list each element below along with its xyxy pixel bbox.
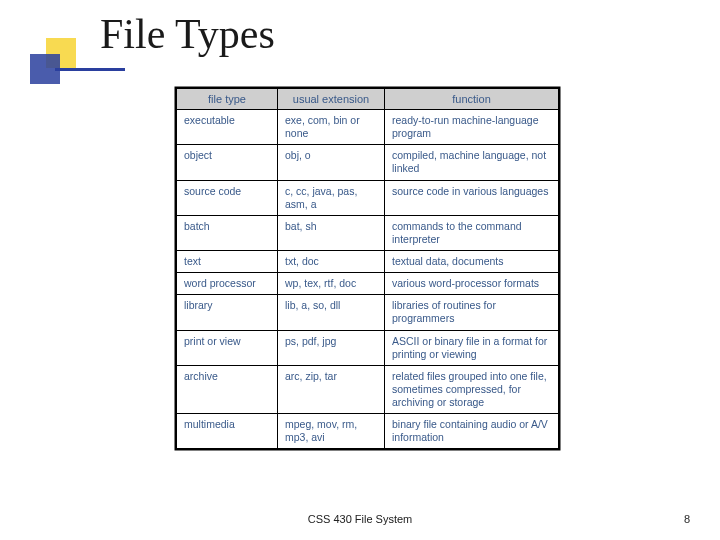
cell-func: textual data, documents xyxy=(385,251,559,273)
cell-ext: txt, doc xyxy=(278,251,385,273)
table-row: text txt, doc textual data, documents xyxy=(177,251,559,273)
cell-func: various word-processor formats xyxy=(385,273,559,295)
cell-ext: ps, pdf, jpg xyxy=(278,330,385,365)
table-row: object obj, o compiled, machine language… xyxy=(177,145,559,180)
decoration-line xyxy=(55,68,125,71)
cell-func: ASCII or binary file in a format for pri… xyxy=(385,330,559,365)
col-header-type: file type xyxy=(177,89,278,110)
file-types-table-container: file type usual extension function execu… xyxy=(175,87,560,450)
cell-ext: lib, a, so, dll xyxy=(278,295,385,330)
cell-func: related files grouped into one file, som… xyxy=(385,365,559,413)
cell-type: print or view xyxy=(177,330,278,365)
file-types-table: file type usual extension function execu… xyxy=(176,88,559,449)
cell-type: object xyxy=(177,145,278,180)
cell-type: multimedia xyxy=(177,414,278,449)
footer-text: CSS 430 File System xyxy=(0,513,720,525)
table-row: print or view ps, pdf, jpg ASCII or bina… xyxy=(177,330,559,365)
cell-type: source code xyxy=(177,180,278,215)
cell-type: library xyxy=(177,295,278,330)
cell-func: commands to the command interpreter xyxy=(385,215,559,250)
cell-func: source code in various languages xyxy=(385,180,559,215)
table-row: executable exe, com, bin or none ready-t… xyxy=(177,110,559,145)
table-row: multimedia mpeg, mov, rm, mp3, avi binar… xyxy=(177,414,559,449)
table-row: source code c, cc, java, pas, asm, a sou… xyxy=(177,180,559,215)
cell-ext: exe, com, bin or none xyxy=(278,110,385,145)
cell-ext: wp, tex, rtf, doc xyxy=(278,273,385,295)
cell-ext: c, cc, java, pas, asm, a xyxy=(278,180,385,215)
table-row: word processor wp, tex, rtf, doc various… xyxy=(177,273,559,295)
cell-func: compiled, machine language, not linked xyxy=(385,145,559,180)
slide-title: File Types xyxy=(100,10,275,58)
col-header-extension: usual extension xyxy=(278,89,385,110)
cell-ext: arc, zip, tar xyxy=(278,365,385,413)
cell-func: ready-to-run machine-language program xyxy=(385,110,559,145)
cell-ext: obj, o xyxy=(278,145,385,180)
table-row: archive arc, zip, tar related files grou… xyxy=(177,365,559,413)
page-number: 8 xyxy=(684,513,690,525)
slide: File Types file type usual extension fun… xyxy=(0,0,720,540)
cell-type: archive xyxy=(177,365,278,413)
cell-type: executable xyxy=(177,110,278,145)
table-header-row: file type usual extension function xyxy=(177,89,559,110)
table-row: library lib, a, so, dll libraries of rou… xyxy=(177,295,559,330)
cell-func: libraries of routines for programmers xyxy=(385,295,559,330)
col-header-function: function xyxy=(385,89,559,110)
cell-type: text xyxy=(177,251,278,273)
cell-func: binary file containing audio or A/V info… xyxy=(385,414,559,449)
cell-ext: mpeg, mov, rm, mp3, avi xyxy=(278,414,385,449)
cell-type: word processor xyxy=(177,273,278,295)
table-row: batch bat, sh commands to the command in… xyxy=(177,215,559,250)
cell-type: batch xyxy=(177,215,278,250)
cell-ext: bat, sh xyxy=(278,215,385,250)
